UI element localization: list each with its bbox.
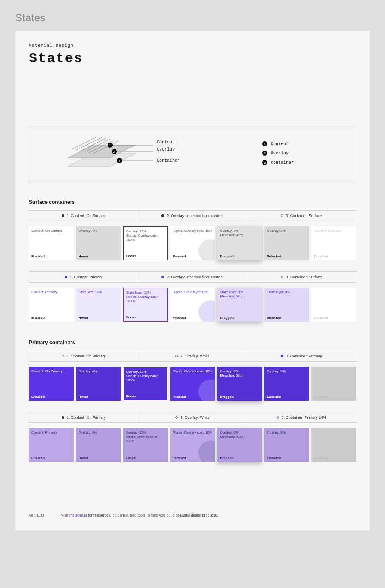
tab-bar: 1. Content: On Primary2. Overlay: White3… bbox=[29, 351, 356, 362]
hero-right-legend: 1Content ⋮ 2Overlay ⋮ 3Container bbox=[262, 141, 356, 166]
state-card-description: Ripple: Overlay color 10% bbox=[173, 369, 212, 374]
state-card-description: Overlay: 12% Stroke: Overlay color 100% bbox=[126, 370, 165, 382]
state-card-label: Pressed bbox=[173, 254, 212, 259]
tab[interactable]: 3. Container: Primary 24% bbox=[247, 412, 356, 422]
outer-title: States bbox=[15, 12, 370, 24]
state-card-description: Overlay: 4% bbox=[79, 369, 118, 374]
state-card-description: Overlay: 8% Elevation: 08dp bbox=[220, 431, 259, 439]
tab[interactable]: 1. Content: On Surface bbox=[29, 211, 138, 221]
tab[interactable]: 2. Overlay: Inherited from content bbox=[138, 272, 247, 282]
state-card-description: State layer: 8% Elevation: 08dp bbox=[220, 290, 259, 299]
footer-link[interactable]: material.io bbox=[69, 513, 87, 517]
tab[interactable]: 2. Overlay: White bbox=[138, 412, 247, 422]
state-card-label: Selected bbox=[267, 254, 306, 259]
layers-isometric-icon: 1 2 3 bbox=[46, 128, 157, 179]
state-card-description: Overlay: 8% bbox=[267, 369, 306, 374]
kicker: Material Design bbox=[29, 43, 356, 48]
tab-dot-icon bbox=[62, 214, 64, 217]
state-card: Content: PrimaryEnabled bbox=[29, 288, 74, 322]
state-card: State layer: 4%Hover bbox=[76, 288, 121, 322]
svg-text:2: 2 bbox=[113, 150, 116, 154]
tab-dot-icon bbox=[161, 214, 164, 217]
state-card: Overlay: 8% Elevation: 08dpDragged bbox=[217, 367, 262, 401]
state-card-label: Enabled bbox=[31, 254, 71, 259]
state-card-description: State layer: 4% bbox=[79, 290, 118, 294]
tab-bar: 1. Content: On Surface2. Overlay: Inheri… bbox=[29, 210, 356, 221]
state-card-label: Selected bbox=[267, 316, 306, 320]
state-card-label: Enabled bbox=[31, 456, 71, 460]
state-card: State layer: 8% Elevation: 08dpDragged bbox=[217, 288, 262, 322]
tab-dot-icon bbox=[175, 355, 178, 357]
state-card-description: Content: On Surface bbox=[31, 229, 71, 233]
tab-label: 2. Overlay: Inherited from content bbox=[167, 214, 224, 218]
tab[interactable]: 3. Container: Surface bbox=[247, 211, 356, 221]
tab-dot-icon bbox=[62, 416, 64, 419]
section-heading: Primary containers bbox=[29, 340, 356, 345]
state-card: State layer: 12% Stroke: Overlay color 1… bbox=[123, 288, 168, 322]
state-card-label: Enabled bbox=[31, 395, 71, 399]
state-card: Overlay: 8% Elevation: 08dpDragged bbox=[217, 428, 262, 462]
state-card-label: Pressed bbox=[173, 456, 212, 460]
state-card: Content: PrimaryEnabled bbox=[29, 428, 74, 462]
footer: Ver. 1.00 Visit material.io for resource… bbox=[29, 513, 356, 517]
state-card-description: Overlay: 12% Stroke: Overlay color 100% bbox=[126, 431, 165, 443]
state-card-label: Focus bbox=[126, 394, 165, 399]
state-card-row: Content: PrimaryEnabledState layer: 4%Ho… bbox=[29, 288, 356, 322]
tab-label: 3. Container: Primary 24% bbox=[282, 415, 327, 420]
tab[interactable]: 1. Content: On Primary bbox=[29, 351, 138, 361]
state-card: Overlay: 12% Stroke: Overlay color 100%F… bbox=[123, 367, 168, 401]
state-card-label: Disabled bbox=[314, 254, 354, 259]
state-card-label: Focus bbox=[126, 315, 165, 320]
legend-overlay: 2Overlay bbox=[262, 151, 347, 156]
iso-label-content: Content bbox=[157, 140, 180, 145]
section-heading: Surface containers bbox=[29, 199, 356, 205]
state-card-label: Selected bbox=[267, 395, 306, 399]
footer-text: Visit material.io for resources, guidanc… bbox=[61, 513, 218, 517]
state-card-description: Content: Primary bbox=[31, 290, 71, 294]
tab[interactable]: 2. Overlay: White bbox=[138, 351, 247, 361]
tab[interactable]: 1. Content: On Primary bbox=[29, 412, 138, 422]
state-card-label: Selected bbox=[267, 456, 306, 460]
state-card-description: Ripple: State layer 10% bbox=[173, 290, 212, 294]
state-card-row: Content: On SurfaceEnabledOverlay: 4%Hov… bbox=[29, 226, 356, 260]
hero-left-isometric: 1 2 3 Content Overlay Container bbox=[29, 128, 262, 179]
state-card-description: Overlay: 8% Elevation: 08dp bbox=[220, 229, 259, 237]
svg-text:3: 3 bbox=[119, 159, 121, 163]
state-card-description: Overlay: 8% Elevation: 08dp bbox=[220, 369, 259, 378]
state-card-label: Dragged bbox=[220, 456, 259, 460]
tab-dot-icon bbox=[281, 214, 283, 217]
state-card-label: Pressed bbox=[173, 395, 212, 399]
state-card: Disabled bbox=[311, 428, 356, 462]
state-card-description: Ripple: Overlay color 10% bbox=[173, 431, 212, 435]
iso-label-container: Container bbox=[157, 158, 180, 163]
tab[interactable]: 2. Overlay: Inherited from content bbox=[138, 211, 247, 221]
state-card: Ripple: State layer 10%Pressed bbox=[170, 288, 215, 322]
tab-label: 2. Overlay: White bbox=[180, 354, 209, 358]
state-card: Ripple: Overlay color 10%Pressed bbox=[170, 367, 215, 401]
state-card: Overlay: 8% Elevation: 08dpDragged bbox=[217, 226, 262, 260]
state-card-description: Content: Disabled bbox=[314, 229, 354, 233]
state-card-label: Focus bbox=[126, 254, 165, 258]
state-card-description: State layer: 12% Stroke: Overlay color 1… bbox=[126, 291, 165, 303]
state-card: Ripple: Overlay color 10%Pressed bbox=[170, 428, 215, 462]
state-card-label: Hover bbox=[79, 395, 118, 399]
state-card: Ripple: Overlay color 10%Pressed bbox=[170, 226, 215, 260]
hero-diagram-panel: 1 2 3 Content Overlay Container 1Content… bbox=[29, 126, 356, 181]
legend-container: 3Container bbox=[262, 160, 347, 165]
tab-label: 1. Content: On Primary bbox=[67, 415, 106, 420]
tab[interactable]: 1. Content: Primary bbox=[29, 272, 138, 282]
state-card-description: Overlay: 12% Stroke: Overlay color 100% bbox=[126, 229, 165, 242]
tab-dot-icon bbox=[281, 355, 283, 357]
state-card-description: Content: On Primary bbox=[31, 369, 71, 374]
state-card-label: Enabled bbox=[31, 316, 71, 320]
tab-label: 2. Overlay: White bbox=[180, 415, 209, 420]
tab[interactable]: 3. Container: Surface bbox=[247, 272, 356, 282]
state-card: Content: On PrimaryEnabled bbox=[29, 367, 74, 401]
state-card: Content: On SurfaceEnabled bbox=[29, 226, 74, 260]
state-card-label: Disabled bbox=[314, 395, 354, 399]
tab[interactable]: 3. Container: Primary bbox=[247, 351, 356, 361]
state-card: Overlay: 12% Stroke: Overlay color 100%F… bbox=[123, 428, 168, 462]
state-card-label: Pressed bbox=[173, 316, 212, 320]
state-card-label: Hover bbox=[79, 316, 118, 320]
state-card-description: Overlay: 8% bbox=[267, 229, 306, 233]
